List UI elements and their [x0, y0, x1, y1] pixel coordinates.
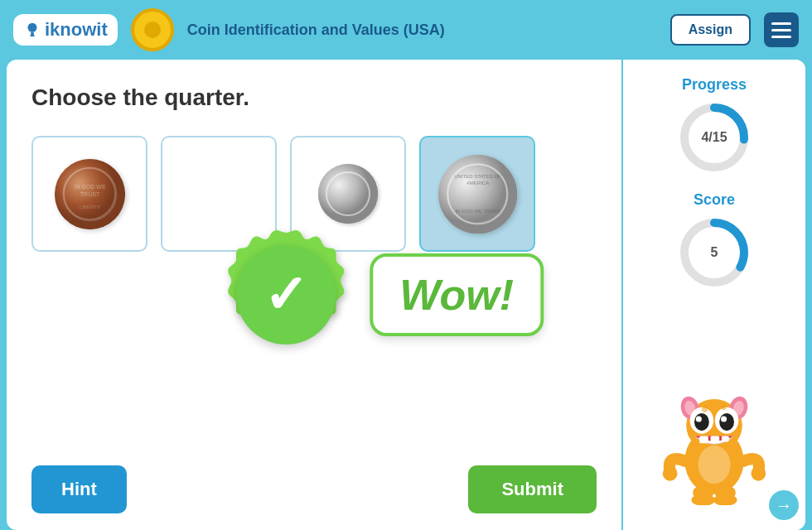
- bottom-buttons: Hint Submit: [31, 465, 597, 513]
- progress-text: 4/15: [701, 130, 727, 145]
- progress-label: Progress: [682, 76, 747, 94]
- wow-overlay: ✓ Wow!: [215, 224, 544, 365]
- question-panel: Choose the quarter.: [7, 60, 623, 530]
- svg-point-27: [694, 413, 709, 431]
- sidebar-panel: Progress 4/15 Score 5: [623, 60, 805, 530]
- coin-icon-inner: [144, 22, 161, 38]
- svg-point-8: [318, 164, 378, 224]
- monster-area: [660, 306, 768, 513]
- svg-text:LIBERTY: LIBERTY: [80, 205, 100, 210]
- svg-text:IN GOD WE: IN GOD WE: [74, 184, 105, 190]
- score-text: 5: [711, 245, 718, 260]
- svg-rect-32: [711, 436, 720, 443]
- wow-bubble: Wow!: [370, 253, 544, 336]
- hint-button[interactable]: Hint: [31, 465, 127, 513]
- svg-point-42: [722, 406, 726, 410]
- submit-button[interactable]: Submit: [468, 465, 597, 513]
- svg-point-11: [447, 164, 507, 224]
- checkmark-symbol: ✓: [263, 268, 308, 321]
- svg-point-35: [751, 466, 766, 481]
- svg-point-40: [698, 446, 730, 484]
- app-header: iknowit Coin Identification and Values (…: [0, 0, 812, 60]
- svg-point-29: [696, 416, 702, 422]
- dime-coin: [318, 164, 378, 224]
- svg-text:UNITED STATES OF: UNITED STATES OF: [454, 174, 501, 179]
- logo: iknowit: [13, 14, 118, 46]
- score-ring: 5: [677, 215, 752, 290]
- svg-text:IN GOD WE TRUST: IN GOD WE TRUST: [455, 209, 500, 214]
- svg-rect-31: [699, 436, 708, 443]
- menu-bar-2: [771, 29, 791, 31]
- svg-point-28: [719, 413, 734, 431]
- svg-point-30: [721, 416, 727, 422]
- nav-arrow-icon: →: [776, 496, 792, 515]
- svg-point-3: [55, 159, 125, 229]
- svg-text:TRUST: TRUST: [80, 191, 99, 197]
- lesson-icon: [131, 8, 174, 51]
- svg-point-4: [63, 167, 116, 220]
- menu-bar-1: [771, 22, 791, 25]
- svg-point-9: [326, 172, 370, 215]
- lesson-title: Coin Identification and Values (USA): [187, 22, 657, 39]
- svg-point-41: [702, 407, 708, 412]
- svg-point-10: [438, 155, 517, 234]
- progress-section: Progress 4/15: [677, 76, 752, 175]
- nav-next-button[interactable]: →: [769, 490, 799, 520]
- question-text: Choose the quarter.: [31, 84, 597, 111]
- menu-bar-3: [771, 36, 791, 38]
- bulb-icon: [23, 21, 41, 39]
- checkmark-inner: ✓: [236, 245, 336, 344]
- svg-rect-33: [722, 436, 729, 441]
- menu-button[interactable]: [764, 12, 799, 47]
- score-label: Score: [694, 191, 735, 209]
- quarter-coin: UNITED STATES OF AMERICA IN GOD WE TRUST: [438, 155, 517, 234]
- progress-ring: 4/15: [677, 100, 752, 175]
- svg-point-0: [28, 23, 37, 32]
- checkmark-badge: ✓: [215, 224, 356, 365]
- penny-coin: IN GOD WE TRUST LIBERTY: [55, 159, 125, 229]
- svg-text:AMERICA: AMERICA: [466, 181, 488, 186]
- main-content: Choose the quarter.: [7, 60, 805, 530]
- monster-character: [660, 373, 768, 505]
- coin-card-penny[interactable]: IN GOD WE TRUST LIBERTY: [31, 136, 147, 252]
- assign-button[interactable]: Assign: [670, 14, 751, 46]
- score-section: Score 5: [677, 191, 752, 290]
- logo-text: iknowit: [45, 19, 108, 41]
- svg-point-34: [663, 466, 678, 481]
